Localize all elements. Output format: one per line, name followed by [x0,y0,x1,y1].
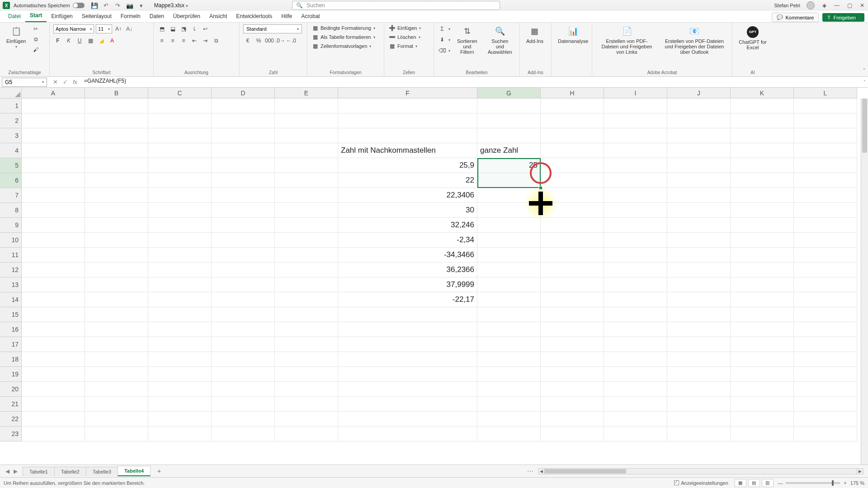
rowhead-3[interactable]: 3 [0,128,22,143]
cell-F12[interactable]: 36,2366 [338,263,477,277]
rowhead-15[interactable]: 15 [0,307,22,322]
align-right-icon[interactable]: ≡ [179,36,188,45]
rowhead-10[interactable]: 10 [0,233,22,248]
italic-icon[interactable]: K [64,36,73,45]
clear-icon[interactable]: ⌫ [438,46,447,55]
view-pagelayout-icon[interactable]: ▤ [748,479,760,487]
cut-icon[interactable]: ✂ [31,24,40,33]
cell-F8[interactable]: 30 [338,203,477,218]
colhead-B[interactable]: B [85,88,148,99]
scrollbar-thumb[interactable] [862,99,867,153]
sheet-tab-3[interactable]: Tabelle3 [86,467,118,476]
rowhead-8[interactable]: 8 [0,203,22,218]
sheet-nav-prev-icon[interactable]: ◀ [4,468,11,474]
tab-view[interactable]: Ansicht [205,11,231,22]
decrease-decimal-icon[interactable]: ←.0 [287,36,296,45]
addins-button[interactable]: ▦Add-Ins [524,24,546,46]
cell-F14[interactable]: -22,17 [338,292,477,307]
scroll-right-icon[interactable]: ▶ [857,469,863,474]
decrease-font-icon[interactable]: A↓ [125,24,134,33]
chatgpt-button[interactable]: GPTChatGPT for Excel [736,24,769,52]
colhead-G[interactable]: G [477,88,541,99]
scroll-left-icon[interactable]: ◀ [538,469,545,474]
sheet-nav-next-icon[interactable]: ▶ [12,468,19,474]
tab-file[interactable]: Datei [4,11,25,22]
camera-icon[interactable]: 📷 [126,2,133,9]
view-pagebreak-icon[interactable]: ▥ [762,479,774,487]
currency-icon[interactable]: € [243,36,252,45]
rowhead-20[interactable]: 20 [0,382,22,397]
thousands-icon[interactable]: 000 [265,36,274,45]
find-select-button[interactable]: 🔍Suchen und Auswählen [484,24,516,56]
save-icon[interactable]: 💾 [91,2,98,9]
cell-F13[interactable]: 37,9999 [338,277,477,292]
colhead-I[interactable]: I [604,88,667,99]
add-sheet-icon[interactable]: ＋ [154,467,165,475]
tab-help[interactable]: Hilfe [277,11,297,22]
tab-start[interactable]: Start [25,10,47,22]
qat-dropdown-icon[interactable]: ▾ [138,2,145,9]
tab-pagelayout[interactable]: Seitenlayout [77,11,116,22]
percent-icon[interactable]: % [254,36,263,45]
copy-icon[interactable]: ⧉ [31,35,40,44]
tab-formulas[interactable]: Formeln [116,11,145,22]
rowhead-17[interactable]: 17 [0,337,22,352]
select-all-triangle[interactable] [0,88,22,99]
accept-formula-icon[interactable]: ✓ [61,78,70,87]
format-cells-button[interactable]: ▦Format▾ [388,42,422,50]
pdf-outlook-button[interactable]: 📧Erstellen von PDF-Dateien und Freigeben… [660,24,728,56]
chevron-down-icon[interactable]: ▾ [186,4,188,8]
colhead-D[interactable]: D [212,88,275,99]
cancel-formula-icon[interactable]: ✕ [51,78,60,87]
insert-cells-button[interactable]: ➕Einfügen▾ [388,24,422,32]
maximize-icon[interactable]: ▢ [846,2,853,9]
paste-button[interactable]: 📋 Einfügen ▾ [4,24,28,51]
cell-F4[interactable]: Zahl mit Nachkommastellen [338,143,477,158]
increase-decimal-icon[interactable]: .0→ [276,36,285,45]
cell-F9[interactable]: 32,246 [338,218,477,233]
fill-handle[interactable] [539,186,542,190]
align-bottom-icon[interactable]: ⬔ [179,24,188,33]
rowhead-5[interactable]: 5 [0,158,22,173]
fill-color-icon[interactable]: ◢ [97,36,106,45]
colhead-K[interactable]: K [731,88,794,99]
wrap-text-icon[interactable]: ↩ [201,24,210,33]
cell-F5[interactable]: 25,9 [338,158,477,173]
align-middle-icon[interactable]: ⬓ [168,24,177,33]
zoom-in-icon[interactable]: ＋ [843,479,848,486]
data-analysis-button[interactable]: 📊Datenanalyse [555,24,591,46]
bold-icon[interactable]: F [53,36,62,45]
worksheet-grid[interactable]: A B C D E F G H I J K L 1 2 3 4 5 6 7 8 … [0,88,868,465]
rowhead-18[interactable]: 18 [0,352,22,367]
name-box[interactable]: G5▾ [2,78,47,87]
format-painter-icon[interactable]: 🖌 [31,45,40,54]
font-size-select[interactable]: 11▾ [96,24,112,33]
cell-F6[interactable]: 22 [338,173,477,188]
vertical-scrollbar[interactable] [861,99,868,465]
collapse-ribbon-icon[interactable]: ˅ [863,68,865,73]
rowhead-16[interactable]: 16 [0,322,22,337]
horizontal-scrollbar[interactable]: ◀ ▶ [538,468,863,474]
increase-font-icon[interactable]: A↑ [114,24,123,33]
rowhead-6[interactable]: 6 [0,173,22,188]
rowhead-11[interactable]: 11 [0,248,22,263]
align-center-icon[interactable]: ≡ [168,36,177,45]
colhead-A[interactable]: A [22,88,85,99]
undo-icon[interactable]: ↶ [103,2,110,9]
tab-review[interactable]: Überprüfen [169,11,205,22]
rowhead-22[interactable]: 22 [0,412,22,427]
rowhead-14[interactable]: 14 [0,292,22,307]
cell-G6[interactable] [477,173,541,188]
colhead-C[interactable]: C [148,88,212,99]
align-top-icon[interactable]: ⬒ [157,24,166,33]
sheet-tab-4[interactable]: Tabelle4 [118,466,151,476]
tab-acrobat[interactable]: Acrobat [297,11,324,22]
rowhead-23[interactable]: 23 [0,427,22,441]
cell-styles-button[interactable]: ▦Zellenformatvorlagen▾ [311,42,376,50]
zoom-level[interactable]: 175 % [850,480,864,486]
format-as-table-button[interactable]: ▦Als Tabelle formatieren▾ [311,33,376,41]
sheet-tab-2[interactable]: Tabelle2 [54,467,86,476]
pdf-links-button[interactable]: 📄Erstellen von PDF-Dateien und Freigeben… [596,24,658,56]
colhead-L[interactable]: L [794,88,857,99]
cells-area[interactable]: Zahl mit Nachkommastellenganze Zahl 25,9… [22,99,861,465]
